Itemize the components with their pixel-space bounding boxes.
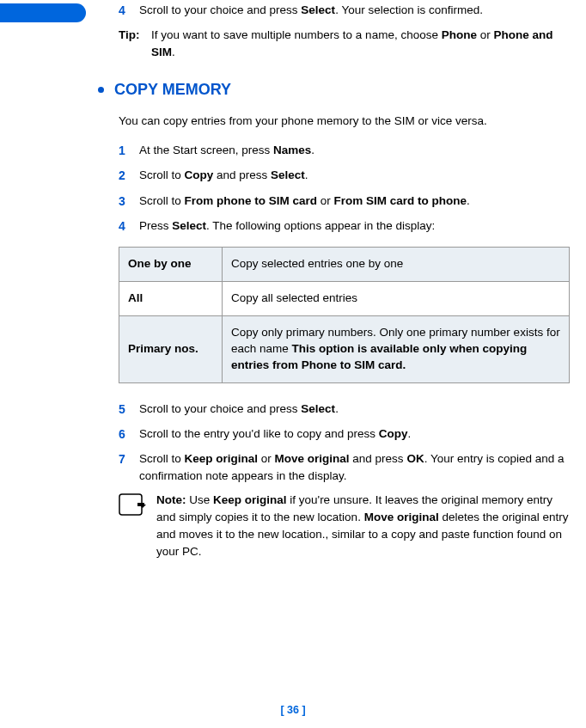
bold: Names	[273, 144, 311, 156]
bold: From phone to SIM card	[185, 194, 318, 207]
table-row: One by one Copy selected entries one by …	[119, 248, 570, 282]
text: At the Start screen, press	[139, 144, 273, 156]
step-item: 4 Press Select. The following options ap…	[119, 217, 571, 235]
step-item: 6 Scroll to the entry you'd like to copy…	[119, 425, 571, 443]
step-number: 6	[119, 425, 139, 443]
text: or	[317, 194, 334, 207]
bold: Select	[301, 402, 335, 415]
step-item: 5 Scroll to your choice and press Select…	[119, 401, 571, 418]
text: Scroll to	[139, 168, 185, 181]
text: .	[172, 46, 175, 58]
text: Scroll to your choice and press	[139, 402, 301, 415]
bold: Phone	[442, 28, 477, 41]
bullet-icon	[98, 87, 104, 93]
text: Use	[186, 493, 214, 506]
bold: Select	[271, 168, 305, 181]
step-item: 1 At the Start screen, press Names.	[119, 142, 571, 159]
table-row: Primary nos. Copy only primary numbers. …	[119, 315, 570, 382]
text: and press	[213, 168, 271, 181]
svg-rect-2	[137, 503, 144, 506]
section-heading: COPY MEMORY	[98, 81, 571, 99]
bold: Note:	[156, 493, 186, 506]
text: Press	[139, 219, 172, 232]
step-item: 2 Scroll to Copy and press Select.	[119, 167, 571, 184]
bold: Move original	[364, 511, 439, 523]
bold: Copy	[185, 168, 214, 181]
page-number: [ 36 ]	[0, 704, 586, 716]
step-item: 4 Scroll to your choice and press Select…	[119, 2, 571, 19]
option-desc: Copy only primary numbers. Only one prim…	[223, 315, 570, 382]
option-name: Primary nos.	[119, 315, 223, 382]
step-text: Scroll to the entry you'd like to copy a…	[139, 425, 571, 443]
options-table: One by one Copy selected entries one by …	[119, 247, 570, 382]
text: Scroll to	[139, 194, 185, 207]
bold: Select	[301, 3, 335, 16]
step-item: 7 Scroll to Keep original or Move origin…	[119, 450, 571, 484]
page-content: 4 Scroll to your choice and press Select…	[0, 0, 586, 569]
step-text: Scroll to From phone to SIM card or From…	[139, 193, 571, 210]
bold: From SIM card to phone	[334, 194, 467, 207]
step-number: 4	[119, 217, 139, 235]
text: . The following options appear in the di…	[206, 219, 435, 232]
text: Scroll to the entry you'd like to copy a…	[139, 427, 379, 440]
step-text: At the Start screen, press Names.	[139, 142, 571, 159]
option-desc: Copy all selected entries	[223, 282, 570, 316]
step-text: Press Select. The following options appe…	[139, 217, 571, 235]
intro-text: You can copy entries from your phone mem…	[119, 113, 571, 130]
text: .	[305, 168, 308, 181]
step-number: 1	[119, 142, 139, 159]
step-text: Scroll to Keep original or Move original…	[139, 450, 571, 484]
tip-block: Tip: If you want to save multiple number…	[119, 27, 571, 60]
text: If you want to save multiple numbers to …	[151, 28, 442, 41]
section-title: COPY MEMORY	[114, 81, 231, 99]
step-number: 2	[119, 167, 139, 184]
option-name: All	[119, 282, 223, 316]
option-desc: Copy selected entries one by one	[223, 248, 570, 282]
note-icon	[119, 493, 148, 519]
step-text: Scroll to Copy and press Select.	[139, 167, 571, 184]
section-tab-marker	[0, 3, 86, 22]
text: and press	[350, 452, 407, 465]
bold: Move original	[275, 452, 350, 465]
step-number: 3	[119, 193, 139, 210]
note-block: Note: Use Keep original if you're unsure…	[119, 492, 571, 560]
step-text: Scroll to your choice and press Select.	[139, 401, 571, 418]
text: .	[335, 402, 339, 415]
text: . Your selection is confirmed.	[335, 3, 483, 16]
text: .	[311, 144, 314, 156]
bold: OK	[406, 452, 424, 465]
text: Scroll to your choice and press	[139, 3, 301, 16]
tip-text: If you want to save multiple numbers to …	[151, 27, 571, 60]
bold: Keep original	[185, 452, 259, 465]
bold: Select	[172, 219, 206, 232]
step-text: Scroll to your choice and press Select. …	[139, 2, 571, 19]
bold: Copy	[379, 427, 408, 440]
note-text: Note: Use Keep original if you're unsure…	[156, 492, 571, 560]
option-name: One by one	[119, 248, 223, 282]
text: or	[258, 452, 275, 465]
step-number: 7	[119, 450, 139, 484]
text: Scroll to	[139, 452, 185, 465]
table-row: All Copy all selected entries	[119, 282, 570, 316]
text: .	[467, 194, 470, 207]
text: .	[407, 427, 411, 440]
step-number: 4	[119, 2, 139, 19]
tip-label: Tip:	[119, 27, 151, 60]
step-item: 3 Scroll to From phone to SIM card or Fr…	[119, 193, 571, 210]
text: or	[477, 28, 494, 41]
step-number: 5	[119, 401, 139, 418]
bold: Keep original	[213, 493, 287, 506]
